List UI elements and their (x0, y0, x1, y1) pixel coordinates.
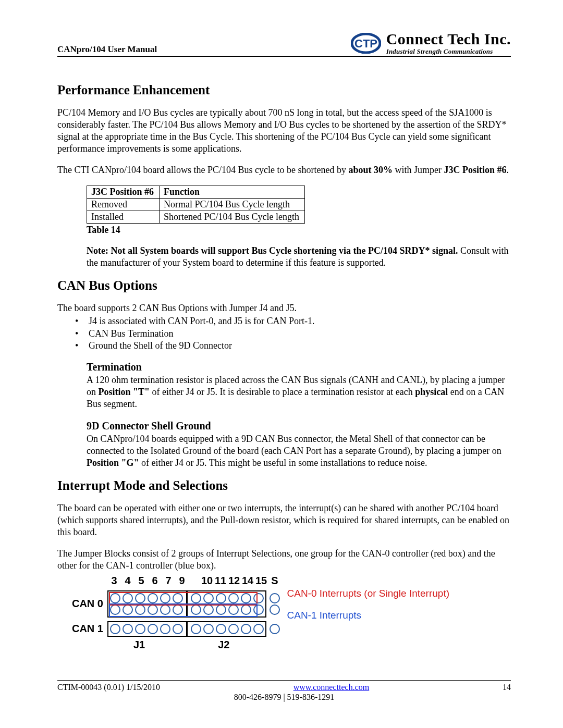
jumper-block-j2-lower (191, 624, 264, 634)
text-run-bold: Position "T" (99, 387, 150, 397)
irq-bottom-labels: J1 J2 (107, 639, 466, 651)
jumper-pin (135, 593, 145, 603)
doc-title: CANpro/104 User Manual (57, 44, 157, 55)
text-run-bold: Position "G" (87, 458, 139, 468)
list-item: Ground the Shell of the 9D Connector (79, 340, 511, 352)
irq-row-can1: CAN 1 (70, 621, 466, 637)
jumper-pin (241, 624, 251, 634)
company-logo-text: Connect Tech Inc. Industrial Strength Co… (386, 31, 511, 55)
section-heading-interrupt: Interrupt Mode and Selections (57, 478, 511, 493)
page-header: CANpro/104 User Manual CTP Connect Tech … (57, 31, 511, 57)
can-intro: The board supports 2 CAN Bus Options wit… (57, 302, 511, 314)
table-header-cell: Function (160, 186, 305, 199)
jumper-pin (191, 624, 201, 634)
jumper-block-j1j2-lower (107, 621, 266, 637)
pin-row (191, 624, 264, 634)
table-header-cell: J3C Position #6 (87, 186, 160, 199)
footer-link[interactable]: www.connecttech.com (293, 683, 370, 692)
block-divider (186, 622, 188, 636)
jumper-pin (135, 624, 145, 634)
jumper-pin (270, 624, 280, 634)
company-tagline: Industrial Strength Communications (386, 48, 511, 55)
subsection-heading-termination: Termination (87, 361, 511, 373)
jumper-pin (203, 604, 214, 615)
table-cell: Shortened PC/104 Bus Cycle length (160, 211, 305, 224)
j3c-table: J3C Position #6 Function Removed Normal … (87, 186, 305, 224)
irq-top-labels: 3 4 5 6 7 9 10 11 12 14 15 S (107, 575, 466, 587)
row-label-can0: CAN 0 (70, 598, 107, 610)
pin-row (191, 593, 264, 603)
text-run: The CTI CANpro/104 board allows the PC/1… (57, 165, 348, 175)
text-run: of either J4 or J5. This might be useful… (139, 458, 427, 468)
text-run-bold: Note: Not all System boards will support… (87, 245, 458, 256)
subsection-heading-shell: 9D Connector Shell Ground (87, 420, 511, 432)
jumper-pin (148, 624, 158, 634)
jumper-pin (228, 593, 239, 603)
document-page: CANpro/104 User Manual CTP Connect Tech … (0, 0, 563, 728)
jumper-pin (148, 604, 158, 615)
text-run: with Jumper (393, 165, 444, 175)
jumper-pin (160, 624, 170, 634)
perf-para1: PC/104 Memory and I/O Bus cycles are typ… (57, 107, 511, 155)
pin-label: 12 (227, 575, 241, 587)
text-run: On CANpro/104 boards equipped with a 9D … (87, 434, 501, 456)
jumper-pin (160, 593, 170, 603)
jumper-pin (203, 593, 214, 603)
pin-label: 7 (162, 575, 175, 587)
jumper-pin (123, 593, 133, 603)
jumper-pin (123, 604, 133, 615)
pin-label: 4 (121, 575, 134, 587)
pin-label: 5 (134, 575, 148, 587)
jumper-pin (173, 604, 183, 615)
pin-label: 9 (175, 575, 189, 587)
shell-text: On CANpro/104 boards equipped with a 9D … (87, 433, 511, 469)
row-label-can1: CAN 1 (70, 623, 107, 635)
irq-para1: The board can be operated with either on… (57, 502, 511, 538)
table-cell: Normal PC/104 Bus Cycle length (160, 199, 305, 211)
jumper-pin (241, 593, 251, 603)
pin-row (191, 604, 264, 615)
pin-label: 6 (148, 575, 162, 587)
block-divider (186, 591, 188, 616)
table-caption: Table 14 (87, 225, 511, 236)
legend-can0: CAN-0 Interrupts (or Single Interrupt) (287, 588, 450, 599)
jumper-pin (191, 593, 201, 603)
table-row: Removed Normal PC/104 Bus Cycle length (87, 199, 305, 211)
pin-row (110, 593, 183, 603)
pin-label: 15 (254, 575, 268, 587)
jumper-pin (216, 604, 226, 615)
pin-label: 11 (214, 575, 227, 587)
section-heading-can: CAN Bus Options (57, 278, 511, 293)
jumper-pin (191, 604, 201, 615)
jumper-pin (110, 604, 120, 615)
text-run: of either J4 or J5. It is desirable to p… (150, 387, 415, 397)
pin-label: 14 (241, 575, 254, 587)
footer-phones: 800-426-8979 | 519-836-1291 (57, 693, 511, 702)
footer-row1: CTIM-00043 (0.01) 1/15/2010 www.connectt… (57, 683, 511, 692)
list-item: J4 is associated with CAN Port-0, and J5… (79, 315, 511, 327)
irq-row-can0: CAN 0 (70, 587, 466, 621)
jumper-pin (110, 593, 120, 603)
perf-para2: The CTI CANpro/104 board allows the PC/1… (57, 164, 511, 176)
jumper-pin (241, 604, 251, 615)
pin-label: 10 (200, 575, 214, 587)
jumper-pin (228, 624, 239, 634)
footer-page-number: 14 (503, 683, 511, 692)
jumper-pin (110, 624, 120, 634)
ctp-logo-icon: CTP (351, 33, 381, 54)
svg-text:CTP: CTP (354, 37, 377, 50)
block-label-j2: J2 (218, 639, 229, 651)
legend-can1: CAN-1 Interrupts (287, 610, 450, 621)
text-run-bold: about 30% (348, 165, 393, 175)
section-heading-performance: Performance Enhancement (57, 83, 511, 97)
shared-pin (270, 593, 280, 615)
shell-ground-block: 9D Connector Shell Ground On CANpro/104 … (87, 420, 511, 469)
jumper-block-j1j2 (107, 590, 266, 618)
pin-label: S (268, 575, 282, 587)
table-cell: Removed (87, 199, 160, 211)
block-label-j1: J1 (133, 639, 145, 651)
text-run: . (506, 165, 509, 175)
jumper-pin (160, 604, 170, 615)
pin-row (110, 604, 183, 615)
jumper-pin (228, 604, 239, 615)
